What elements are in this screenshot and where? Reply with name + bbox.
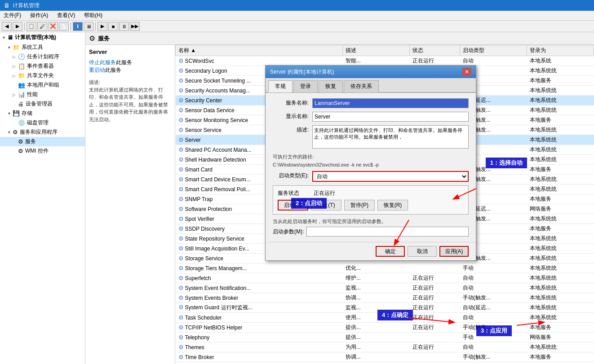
- table-row[interactable]: ⚙Themes 为用... 正在运行 自动 本地系统统: [176, 342, 594, 352]
- sidebar-device-manager[interactable]: 🖨 设备管理器: [0, 99, 85, 109]
- col-header-desc[interactable]: 描述: [343, 45, 410, 56]
- cancel-button[interactable]: 取消: [408, 246, 437, 257]
- display-name-input[interactable]: [312, 112, 469, 122]
- sidebar-system-tools[interactable]: ▼ 📁 系统工具: [0, 43, 85, 52]
- table-row[interactable]: ⚙System Event Notification... 监视... 正在运行…: [176, 283, 594, 293]
- computer-icon: 🖥: [7, 34, 13, 41]
- sidebar-storage[interactable]: ▼ 💾 存储: [0, 109, 85, 118]
- service-icon: ⚙: [178, 285, 184, 291]
- ok-button[interactable]: 确定: [376, 246, 405, 257]
- sidebar-root[interactable]: ▼ 🖥 计算机管理(本地): [0, 32, 85, 43]
- toolbar-forward[interactable]: ▶: [13, 22, 22, 31]
- table-row[interactable]: ⚙Storage Tiers Managem... 优化... 手动 本地系统统: [176, 263, 594, 273]
- resume-button[interactable]: 恢复(R): [377, 200, 408, 211]
- cell-login: 本地系统统: [527, 86, 594, 96]
- sidebar-performance[interactable]: ▷ 📊 性能: [0, 90, 85, 99]
- properties-dialog[interactable]: Server 的属性(本地计算机) ✕ 常规 登录 恢复 依存关系 服务名称: …: [265, 65, 476, 261]
- sidebar-event-viewer[interactable]: ▷ 📋 事件查看器: [0, 61, 85, 71]
- service-icon: ⚙: [178, 294, 184, 301]
- restart-service-link[interactable]: 重启动: [89, 67, 105, 73]
- toolbar-btn1[interactable]: 📋: [27, 22, 36, 31]
- expand-icon: ▷: [13, 92, 18, 97]
- apply-button[interactable]: 应用(A): [439, 246, 469, 257]
- service-icon: ⚙: [178, 235, 184, 242]
- toolbar-stop[interactable]: ■: [108, 22, 118, 31]
- expand-icon: ▷: [13, 64, 18, 69]
- cell-desc: 智能...: [343, 56, 410, 66]
- cell-startup: 手动(触发...: [460, 323, 527, 333]
- col-header-startup[interactable]: 启动类型: [460, 45, 527, 56]
- tab-dependencies[interactable]: 依存关系: [344, 80, 379, 92]
- table-row[interactable]: ⚙Superfetch 维护... 正在运行 自动 本地系统统: [176, 273, 594, 283]
- cell-desc: 启用...: [343, 362, 410, 364]
- service-icon: ⚙: [178, 265, 184, 272]
- folder-icon: 📁: [13, 44, 20, 51]
- toolbar-pause[interactable]: ⏸: [119, 22, 129, 31]
- cell-name: ⚙System Event Notification...: [176, 283, 343, 293]
- cell-login: 本地系统统: [527, 244, 594, 254]
- service-name-input[interactable]: [312, 98, 469, 108]
- sidebar-disk-management[interactable]: 💿 磁盘管理: [0, 118, 85, 127]
- table-row[interactable]: ⚙Time Broker 协调... 手动(触发... 本地服务: [176, 352, 594, 362]
- service-icon: ⚙: [178, 136, 184, 143]
- startup-type-select[interactable]: 自动 自动(延迟启动) 手动 禁用: [312, 171, 469, 182]
- gear-icon: ⚙: [18, 138, 23, 145]
- menu-file[interactable]: 文件(F): [2, 11, 23, 20]
- tab-recovery[interactable]: 恢复: [319, 80, 343, 92]
- table-row[interactable]: ⚙System Events Broker 协调... 正在运行 手动(触发..…: [176, 293, 594, 303]
- service-icon: ⚙: [178, 117, 184, 123]
- sidebar-task-scheduler[interactable]: ▷ 🕐 任务计划程序: [0, 52, 85, 61]
- table-row[interactable]: ⚙Telephony 提供... 手动 网络服务: [176, 333, 594, 342]
- table-row[interactable]: ⚙SCWordSvc 智能... 正在运行 自动 本地系统: [176, 56, 594, 66]
- toolbar-btn2[interactable]: 🖊: [37, 22, 47, 31]
- sidebar-services-apps[interactable]: ▼ ⚙ 服务和应用程序: [0, 127, 85, 137]
- cell-desc: 协调...: [343, 293, 410, 303]
- cell-desc: 提供...: [343, 323, 410, 333]
- menu-view[interactable]: 查看(V): [55, 11, 77, 20]
- start-button[interactable]: 启动(S): [278, 200, 308, 211]
- cell-desc: 优化...: [343, 263, 410, 273]
- col-header-login[interactable]: 登录为: [527, 45, 594, 56]
- cell-name: ⚙System Events Broker: [176, 293, 343, 303]
- sidebar-services[interactable]: ⚙ 服务: [0, 137, 85, 146]
- menu-help[interactable]: 帮助(H): [82, 11, 104, 20]
- cell-login: 本地系统统: [527, 303, 594, 313]
- col-header-name[interactable]: 名称 ▲: [176, 45, 343, 56]
- service-icon: ⚙: [178, 275, 184, 281]
- table-row[interactable]: ⚙TCP/IP NetBIOS Helper 提供... 正在运行 手动(触发.…: [176, 323, 594, 333]
- toolbar-restart[interactable]: ▶▶: [130, 22, 140, 31]
- toolbar-play[interactable]: ▶: [98, 22, 107, 31]
- description-textarea[interactable]: 支持此计算机通过网络的文件、打印、和命名管道共享。如果服务停止，这些功能不可用。…: [312, 125, 469, 149]
- toolbar-btn5[interactable]: ℹ: [73, 22, 83, 31]
- cell-login: 本地系统统: [527, 96, 594, 105]
- service-icon: ⚙: [178, 127, 184, 133]
- status-row: 服务状态 正在运行: [278, 189, 464, 197]
- toolbar-btn6[interactable]: 🖥: [84, 22, 93, 31]
- table-row[interactable]: ⚙Touch Keyboard and Ha... 启用... 手动(触发...…: [176, 362, 594, 364]
- cell-login: 本地系统统: [527, 342, 594, 352]
- cell-status: 正在运行: [410, 313, 460, 323]
- menu-action[interactable]: 操作(A): [28, 11, 50, 20]
- pause-button[interactable]: 暂停(P): [344, 200, 375, 211]
- toolbar-back[interactable]: ◀: [2, 22, 12, 31]
- table-row[interactable]: ⚙System Guard 运行时监视... 监视... 正在运行 自动(延迟.…: [176, 303, 594, 313]
- stop-button[interactable]: 停止(T): [311, 200, 341, 211]
- param-input[interactable]: [306, 227, 469, 237]
- col-header-status[interactable]: 状态: [410, 45, 460, 56]
- toolbar-btn3[interactable]: ❌: [48, 22, 58, 31]
- tab-login[interactable]: 登录: [293, 80, 318, 92]
- tab-general[interactable]: 常规: [268, 80, 293, 92]
- app-title: 计算机管理: [13, 2, 40, 9]
- toolbar-btn4[interactable]: 📄: [59, 22, 69, 31]
- cell-login: 本地系统统: [527, 175, 594, 184]
- table-row[interactable]: ⚙Task Scheduler 使用... 正在运行 自动 本地系统统: [176, 313, 594, 323]
- dialog-close-button[interactable]: ✕: [462, 68, 471, 76]
- sidebar-local-users[interactable]: 👥 本地用户和组: [0, 80, 85, 90]
- cell-login: 本地服务: [527, 115, 594, 125]
- sidebar-wmi[interactable]: ⚙ WMI 控件: [0, 146, 85, 156]
- cell-startup: 自动: [460, 283, 527, 293]
- cell-status: [410, 333, 460, 342]
- stop-service-link[interactable]: 停止此服务: [89, 59, 116, 66]
- service-icon: ⚙: [178, 314, 184, 321]
- sidebar-shared-folders[interactable]: ▷ 📁 共享文件夹: [0, 71, 85, 80]
